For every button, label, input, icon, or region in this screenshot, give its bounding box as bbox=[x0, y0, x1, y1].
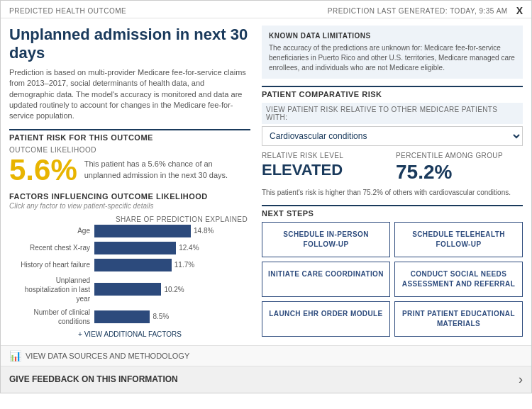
feedback-bar[interactable]: GIVE FEEDBACK ON THIS INFORMATION › bbox=[1, 366, 531, 393]
patient-risk-section-title: PATIENT RISK FOR THIS OUTCOME bbox=[9, 129, 250, 142]
factor-bar-area: 11.7% bbox=[94, 259, 250, 271]
next-step-launch-ehr-button[interactable]: LAUNCH EHR ORDER MODULE bbox=[262, 301, 390, 337]
factor-bar bbox=[94, 283, 161, 296]
main-container: PREDICTED HEALTH OUTCOME PREDICTION LAST… bbox=[0, 0, 532, 393]
known-limitations-box: KNOWN DATA LIMITATIONS The accuracy of t… bbox=[262, 26, 523, 79]
factors-subtitle: Click any factor to view patient-specifi… bbox=[9, 202, 250, 210]
factor-row[interactable]: Age14.8% bbox=[9, 225, 250, 237]
feedback-chevron-icon: › bbox=[519, 372, 523, 387]
factor-label: Age bbox=[9, 226, 94, 235]
factor-label: Recent chest X-ray bbox=[9, 243, 94, 252]
next-step-schedule-telehealth-button[interactable]: SCHEDULE TELEHEALTH FOLLOW-UP bbox=[394, 222, 523, 257]
factor-label: Unplanned hospitalization in last year bbox=[9, 276, 94, 303]
prediction-timestamp: PREDICTION LAST GENERATED: TODAY, 9:35 A… bbox=[328, 7, 508, 15]
relative-risk-label: RELATIVE RISK LEVEL bbox=[262, 152, 389, 159]
factor-bar bbox=[94, 259, 172, 271]
right-column: KNOWN DATA LIMITATIONS The accuracy of t… bbox=[262, 26, 523, 338]
factor-value: 12.4% bbox=[179, 244, 199, 252]
factor-bar-area: 12.4% bbox=[94, 242, 250, 254]
percentile-value: 75.2% bbox=[396, 161, 523, 184]
next-step-schedule-inperson-button[interactable]: SCHEDULE IN-PERSON FOLLOW-UP bbox=[262, 222, 390, 257]
comparative-risk-section: PATIENT COMPARATIVE RISK VIEW PATIENT RI… bbox=[262, 86, 523, 198]
outcome-description: Prediction is based on multi-provider Me… bbox=[9, 67, 250, 122]
factor-row[interactable]: Unplanned hospitalization in last year10… bbox=[9, 276, 250, 303]
risk-description: This patient's risk is higher than 75.2%… bbox=[262, 188, 523, 198]
condition-dropdown[interactable]: Cardiovascular conditions Diabetes Hyper… bbox=[262, 126, 523, 146]
factor-value: 10.2% bbox=[164, 286, 184, 293]
known-limitations-title: KNOWN DATA LIMITATIONS bbox=[269, 31, 516, 41]
factor-value: 11.7% bbox=[174, 261, 194, 269]
factor-bar-area: 8.5% bbox=[94, 310, 250, 323]
factor-bar bbox=[94, 310, 150, 323]
feedback-label: GIVE FEEDBACK ON THIS INFORMATION bbox=[9, 374, 178, 384]
factor-bar-area: 14.8% bbox=[94, 225, 250, 237]
percentile-col: PERCENTILE AMONG GROUP 75.2% bbox=[396, 152, 523, 184]
next-steps-grid: SCHEDULE IN-PERSON FOLLOW-UPSCHEDULE TEL… bbox=[262, 222, 523, 337]
next-steps-title: NEXT STEPS bbox=[262, 205, 523, 218]
next-step-conduct-social-button[interactable]: CONDUCT SOCIAL NEEDS ASSESSMENT AND REFE… bbox=[394, 262, 523, 297]
factor-bar-area: 10.2% bbox=[94, 283, 250, 296]
factor-row[interactable]: History of heart failure11.7% bbox=[9, 259, 250, 271]
factors-chart: Age14.8%Recent chest X-ray12.4%History o… bbox=[9, 225, 250, 326]
data-sources-icon: 📊 bbox=[9, 350, 21, 362]
factors-title: FACTORS INFLUENCING OUTCOME LIKELIHOOD bbox=[9, 192, 250, 201]
big-percent-value: 5.6% bbox=[9, 155, 77, 185]
percentile-label: PERCENTILE AMONG GROUP bbox=[396, 152, 523, 159]
risk-row: RELATIVE RISK LEVEL ELEVATED PERCENTILE … bbox=[262, 152, 523, 184]
relative-risk-col: RELATIVE RISK LEVEL ELEVATED bbox=[262, 152, 389, 184]
chart-header-label: SHARE OF PREDICTION EXPLAINED bbox=[94, 215, 250, 223]
main-content: Unplanned admission in next 30 days Pred… bbox=[1, 18, 531, 345]
view-additional-factors[interactable]: + VIEW ADDITIONAL FACTORS bbox=[9, 330, 250, 338]
next-step-initiate-care-button[interactable]: INITIATE CARE COORDINATION bbox=[262, 262, 390, 297]
top-bar: PREDICTED HEALTH OUTCOME PREDICTION LAST… bbox=[1, 1, 531, 18]
outcome-title: Unplanned admission in next 30 days bbox=[9, 26, 250, 63]
likelihood-row: 5.6% This patient has a 5.6% chance of a… bbox=[9, 155, 250, 185]
left-column: Unplanned admission in next 30 days Pred… bbox=[9, 26, 250, 338]
known-limitations-text: The accuracy of the predictions are unkn… bbox=[269, 43, 516, 73]
dropdown-label: VIEW PATIENT RISK RELATIVE TO OTHER MEDI… bbox=[262, 103, 523, 124]
comparative-risk-title: PATIENT COMPARATIVE RISK bbox=[262, 86, 523, 99]
factor-row[interactable]: Recent chest X-ray12.4% bbox=[9, 242, 250, 254]
factor-bar bbox=[94, 225, 191, 237]
factor-label: Number of clinical conditions bbox=[9, 308, 94, 326]
factor-bar bbox=[94, 242, 176, 254]
outcome-category-label: PREDICTED HEALTH OUTCOME bbox=[9, 7, 126, 15]
factor-label: History of heart failure bbox=[9, 260, 94, 269]
next-step-print-patient-button[interactable]: PRINT PATIENT EDUCATIONAL MATERIALS bbox=[394, 301, 523, 337]
data-sources-bar[interactable]: 📊 VIEW DATA SOURCES AND METHODOLOGY bbox=[1, 345, 531, 366]
likelihood-description: This patient has a 5.6% chance of an unp… bbox=[84, 159, 250, 181]
factor-value: 8.5% bbox=[153, 313, 169, 320]
data-sources-label: VIEW DATA SOURCES AND METHODOLOGY bbox=[26, 352, 189, 360]
relative-risk-value: ELEVATED bbox=[262, 161, 389, 179]
close-button[interactable]: X bbox=[516, 5, 523, 16]
factor-row[interactable]: Number of clinical conditions8.5% bbox=[9, 308, 250, 326]
factor-value: 14.8% bbox=[194, 227, 214, 235]
top-bar-right: PREDICTION LAST GENERATED: TODAY, 9:35 A… bbox=[328, 5, 523, 16]
